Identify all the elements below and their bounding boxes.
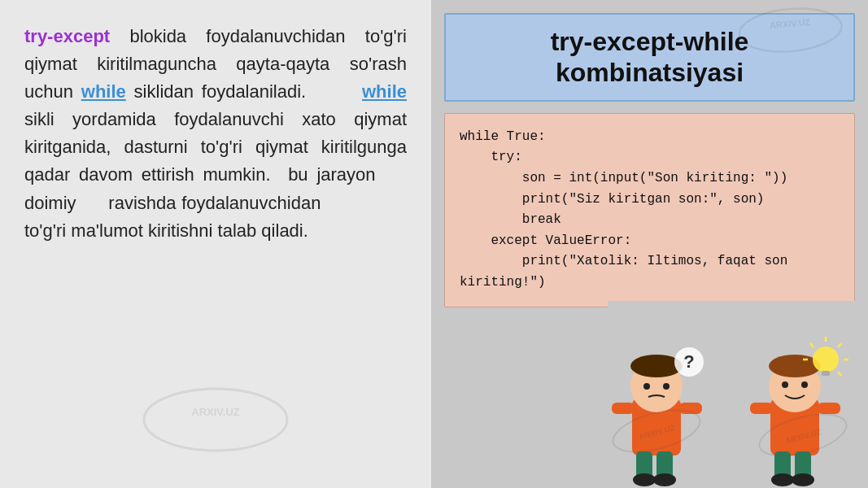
text-part-2: siklidan foydalaniladi. (134, 81, 355, 102)
svg-point-26 (792, 473, 814, 486)
svg-point-8 (643, 383, 650, 390)
try-except-label: try-except (24, 26, 110, 46)
svg-point-21 (782, 381, 788, 388)
title-box: try-except-while kombinatsiyasi ARXIV.UZ (444, 13, 855, 102)
svg-point-9 (663, 383, 670, 390)
left-panel: try-except blokida foydalanuvchidan to'g… (0, 0, 431, 488)
svg-point-29 (813, 346, 839, 373)
illustration-area: ? (608, 301, 868, 488)
svg-point-0 (144, 389, 287, 451)
svg-point-7 (630, 355, 683, 377)
svg-text:ARXIV.UZ: ARXIV.UZ (191, 406, 240, 418)
svg-point-12 (633, 473, 656, 486)
svg-point-25 (771, 473, 794, 486)
svg-point-13 (653, 473, 676, 486)
svg-point-22 (801, 381, 808, 388)
while-label-2: while (362, 81, 407, 102)
kids-illustration: ? (608, 301, 868, 488)
svg-rect-30 (822, 371, 830, 376)
left-description: try-except blokida foydalanuvchidan to'g… (24, 23, 407, 245)
watermark-left: ARXIV.UZ (142, 387, 289, 452)
svg-text:?: ? (683, 351, 694, 372)
page-title: try-except-while kombinatsiyasi (462, 26, 837, 89)
while-label-1: while (81, 81, 126, 102)
text-part-3: sikli yordamida foydalanuvchi xato qiyma… (24, 109, 407, 240)
code-content: while True: try: son = int(input("Son ki… (460, 127, 840, 294)
right-panel: try-except-while kombinatsiyasi ARXIV.UZ… (431, 0, 868, 488)
svg-rect-28 (818, 403, 840, 414)
svg-rect-27 (750, 403, 773, 414)
code-block: while True: try: son = int(input("Son ki… (444, 113, 855, 307)
svg-rect-14 (612, 403, 635, 414)
